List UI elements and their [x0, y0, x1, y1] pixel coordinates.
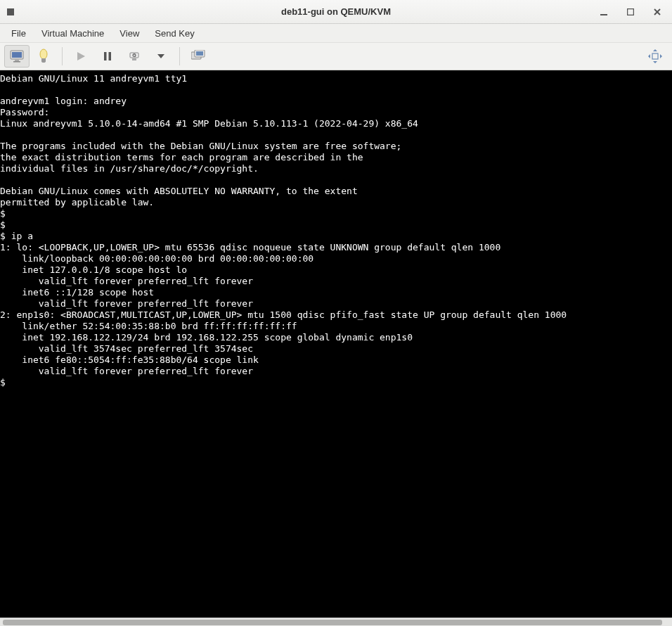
- separator: [62, 47, 63, 65]
- scrollbar-thumb[interactable]: [3, 620, 662, 625]
- svg-rect-0: [7, 8, 14, 15]
- horizontal-scrollbar[interactable]: [0, 618, 672, 626]
- console-view-button[interactable]: [4, 45, 30, 68]
- svg-rect-7: [15, 60, 19, 61]
- menu-virtual-machine[interactable]: Virtual Machine: [34, 26, 111, 41]
- snapshots-button[interactable]: [186, 45, 211, 68]
- menubar: File Virtual Machine View Send Key: [0, 24, 672, 42]
- svg-marker-17: [157, 54, 164, 58]
- svg-marker-10: [77, 52, 85, 60]
- svg-point-9: [40, 49, 47, 59]
- svg-marker-23: [648, 54, 650, 58]
- pause-button[interactable]: [95, 45, 120, 68]
- console-output: Debian GNU/Linux 11 andreyvm1 tty1 andre…: [0, 73, 567, 388]
- svg-rect-12: [109, 52, 112, 60]
- window-controls: [599, 7, 666, 17]
- menu-view[interactable]: View: [112, 26, 146, 41]
- shutdown-button[interactable]: [122, 45, 147, 68]
- vm-console[interactable]: Debian GNU/Linux 11 andreyvm1 tty1 andre…: [0, 70, 672, 618]
- svg-rect-1: [600, 14, 607, 15]
- menu-file[interactable]: File: [4, 26, 33, 41]
- run-button[interactable]: [68, 45, 93, 68]
- svg-rect-2: [628, 8, 634, 15]
- svg-rect-6: [12, 52, 22, 58]
- svg-marker-21: [653, 49, 657, 51]
- app-icon: [6, 7, 15, 17]
- close-button[interactable]: [652, 7, 662, 17]
- minimize-button[interactable]: [599, 7, 609, 17]
- svg-rect-11: [104, 52, 107, 60]
- menu-send-key[interactable]: Send Key: [148, 26, 201, 41]
- info-view-button[interactable]: [31, 45, 56, 68]
- svg-rect-20: [196, 51, 203, 56]
- toolbar: [0, 42, 672, 70]
- svg-rect-8: [13, 61, 20, 63]
- window-title: deb11-gui on QEMU/KVM: [281, 6, 391, 17]
- svg-rect-25: [652, 53, 658, 59]
- svg-rect-14: [132, 58, 136, 60]
- svg-marker-24: [660, 54, 662, 58]
- shutdown-dropdown-button[interactable]: [148, 45, 174, 68]
- fullscreen-button[interactable]: [642, 45, 668, 68]
- separator: [179, 47, 180, 65]
- titlebar: deb11-gui on QEMU/KVM: [0, 0, 672, 24]
- svg-marker-22: [653, 61, 657, 63]
- maximize-button[interactable]: [626, 7, 635, 17]
